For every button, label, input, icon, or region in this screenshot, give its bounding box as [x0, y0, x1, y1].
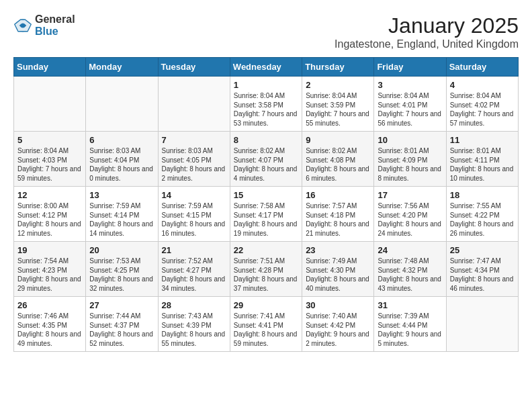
calendar-week-4: 19Sunrise: 7:54 AM Sunset: 4:23 PM Dayli…	[14, 242, 519, 297]
day-number: 23	[306, 245, 370, 255]
calendar-table: SundayMondayTuesdayWednesdayThursdayFrid…	[13, 57, 519, 352]
day-info: Sunrise: 7:43 AM Sunset: 4:39 PM Dayligh…	[162, 312, 226, 348]
day-info: Sunrise: 8:04 AM Sunset: 3:59 PM Dayligh…	[306, 91, 370, 128]
calendar-week-3: 12Sunrise: 8:00 AM Sunset: 4:12 PM Dayli…	[14, 187, 519, 242]
day-info: Sunrise: 8:03 AM Sunset: 4:05 PM Dayligh…	[162, 146, 226, 183]
calendar-header: SundayMondayTuesdayWednesdayThursdayFrid…	[14, 58, 519, 77]
calendar-cell	[158, 77, 230, 132]
calendar-cell: 6Sunrise: 8:03 AM Sunset: 4:04 PM Daylig…	[86, 132, 158, 187]
day-info: Sunrise: 7:49 AM Sunset: 4:30 PM Dayligh…	[306, 257, 370, 293]
calendar-cell: 18Sunrise: 7:55 AM Sunset: 4:22 PM Dayli…	[446, 187, 518, 242]
calendar-cell: 24Sunrise: 7:48 AM Sunset: 4:32 PM Dayli…	[374, 242, 446, 297]
day-number: 2	[306, 80, 370, 90]
calendar-cell: 4Sunrise: 8:04 AM Sunset: 4:02 PM Daylig…	[446, 77, 518, 132]
calendar-cell: 17Sunrise: 7:56 AM Sunset: 4:20 PM Dayli…	[374, 187, 446, 242]
calendar-cell: 23Sunrise: 7:49 AM Sunset: 4:30 PM Dayli…	[302, 242, 374, 297]
day-info: Sunrise: 8:00 AM Sunset: 4:12 PM Dayligh…	[17, 201, 82, 238]
calendar-cell: 14Sunrise: 7:59 AM Sunset: 4:15 PM Dayli…	[158, 187, 230, 242]
day-number: 11	[450, 135, 515, 145]
day-number: 3	[378, 80, 442, 90]
calendar-cell: 20Sunrise: 7:53 AM Sunset: 4:25 PM Dayli…	[86, 242, 158, 297]
day-info: Sunrise: 7:48 AM Sunset: 4:32 PM Dayligh…	[378, 257, 442, 293]
day-number: 12	[17, 190, 82, 200]
day-number: 25	[450, 245, 515, 255]
calendar-cell: 29Sunrise: 7:41 AM Sunset: 4:41 PM Dayli…	[230, 297, 302, 352]
day-number: 30	[306, 300, 370, 310]
calendar-cell: 27Sunrise: 7:44 AM Sunset: 4:37 PM Dayli…	[86, 297, 158, 352]
day-info: Sunrise: 7:39 AM Sunset: 4:44 PM Dayligh…	[378, 312, 442, 348]
day-header-tuesday: Tuesday	[158, 58, 230, 77]
day-info: Sunrise: 7:56 AM Sunset: 4:20 PM Dayligh…	[378, 201, 442, 238]
calendar-week-2: 5Sunrise: 8:04 AM Sunset: 4:03 PM Daylig…	[14, 132, 519, 187]
page-header: General Blue January 2025 Ingatestone, E…	[13, 13, 519, 50]
day-info: Sunrise: 7:59 AM Sunset: 4:15 PM Dayligh…	[162, 201, 226, 238]
day-number: 24	[378, 245, 442, 255]
day-number: 27	[89, 300, 154, 310]
day-number: 14	[162, 190, 226, 200]
calendar-cell: 11Sunrise: 8:01 AM Sunset: 4:11 PM Dayli…	[446, 132, 518, 187]
day-info: Sunrise: 7:41 AM Sunset: 4:41 PM Dayligh…	[234, 312, 298, 348]
day-number: 29	[234, 300, 298, 310]
calendar-body: 1Sunrise: 8:04 AM Sunset: 3:58 PM Daylig…	[14, 77, 519, 352]
day-number: 6	[89, 135, 154, 145]
day-header-wednesday: Wednesday	[230, 58, 302, 77]
logo: General Blue	[13, 13, 75, 37]
calendar-cell: 12Sunrise: 8:00 AM Sunset: 4:12 PM Dayli…	[14, 187, 86, 242]
day-number: 21	[162, 245, 226, 255]
calendar-cell: 22Sunrise: 7:51 AM Sunset: 4:28 PM Dayli…	[230, 242, 302, 297]
day-info: Sunrise: 7:52 AM Sunset: 4:27 PM Dayligh…	[162, 257, 226, 293]
calendar-cell: 15Sunrise: 7:58 AM Sunset: 4:17 PM Dayli…	[230, 187, 302, 242]
calendar-cell: 3Sunrise: 8:04 AM Sunset: 4:01 PM Daylig…	[374, 77, 446, 132]
day-info: Sunrise: 7:46 AM Sunset: 4:35 PM Dayligh…	[17, 312, 82, 348]
calendar-cell: 9Sunrise: 8:02 AM Sunset: 4:08 PM Daylig…	[302, 132, 374, 187]
day-header-saturday: Saturday	[446, 58, 518, 77]
day-info: Sunrise: 7:54 AM Sunset: 4:23 PM Dayligh…	[17, 257, 82, 293]
calendar-cell: 5Sunrise: 8:04 AM Sunset: 4:03 PM Daylig…	[14, 132, 86, 187]
day-number: 16	[306, 190, 370, 200]
day-number: 18	[450, 190, 515, 200]
day-info: Sunrise: 8:02 AM Sunset: 4:07 PM Dayligh…	[234, 146, 298, 183]
day-number: 17	[378, 190, 442, 200]
day-number: 19	[17, 245, 82, 255]
day-number: 9	[306, 135, 370, 145]
day-number: 8	[234, 135, 298, 145]
day-header-sunday: Sunday	[14, 58, 86, 77]
title-section: January 2025 Ingatestone, England, Unite…	[335, 13, 519, 50]
day-number: 4	[450, 80, 515, 90]
day-number: 7	[162, 135, 226, 145]
calendar-cell: 10Sunrise: 8:01 AM Sunset: 4:09 PM Dayli…	[374, 132, 446, 187]
day-info: Sunrise: 7:40 AM Sunset: 4:42 PM Dayligh…	[306, 312, 370, 348]
calendar-cell: 13Sunrise: 7:59 AM Sunset: 4:14 PM Dayli…	[86, 187, 158, 242]
day-number: 13	[89, 190, 154, 200]
day-header-thursday: Thursday	[302, 58, 374, 77]
calendar-cell: 2Sunrise: 8:04 AM Sunset: 3:59 PM Daylig…	[302, 77, 374, 132]
day-info: Sunrise: 8:02 AM Sunset: 4:08 PM Dayligh…	[306, 146, 370, 183]
day-header-friday: Friday	[374, 58, 446, 77]
day-number: 20	[89, 245, 154, 255]
day-number: 31	[378, 300, 442, 310]
calendar-cell	[446, 297, 518, 352]
logo-text: General Blue	[35, 13, 75, 37]
day-info: Sunrise: 8:01 AM Sunset: 4:11 PM Dayligh…	[450, 146, 515, 183]
calendar-cell: 25Sunrise: 7:47 AM Sunset: 4:34 PM Dayli…	[446, 242, 518, 297]
day-info: Sunrise: 7:53 AM Sunset: 4:25 PM Dayligh…	[89, 257, 154, 293]
day-number: 28	[162, 300, 226, 310]
logo-blue-text: Blue	[35, 26, 75, 38]
day-number: 10	[378, 135, 442, 145]
days-of-week-row: SundayMondayTuesdayWednesdayThursdayFrid…	[14, 58, 519, 77]
logo-icon	[13, 16, 32, 35]
day-info: Sunrise: 8:04 AM Sunset: 3:58 PM Dayligh…	[234, 91, 298, 128]
day-info: Sunrise: 8:04 AM Sunset: 4:02 PM Dayligh…	[450, 91, 515, 128]
calendar-cell: 21Sunrise: 7:52 AM Sunset: 4:27 PM Dayli…	[158, 242, 230, 297]
day-info: Sunrise: 7:59 AM Sunset: 4:14 PM Dayligh…	[89, 201, 154, 238]
calendar-cell	[86, 77, 158, 132]
calendar-cell: 8Sunrise: 8:02 AM Sunset: 4:07 PM Daylig…	[230, 132, 302, 187]
location-text: Ingatestone, England, United Kingdom	[335, 38, 519, 50]
day-number: 5	[17, 135, 82, 145]
day-info: Sunrise: 8:04 AM Sunset: 4:01 PM Dayligh…	[378, 91, 442, 128]
calendar-cell: 1Sunrise: 8:04 AM Sunset: 3:58 PM Daylig…	[230, 77, 302, 132]
day-info: Sunrise: 7:51 AM Sunset: 4:28 PM Dayligh…	[234, 257, 298, 293]
day-header-monday: Monday	[86, 58, 158, 77]
day-info: Sunrise: 7:57 AM Sunset: 4:18 PM Dayligh…	[306, 201, 370, 238]
day-info: Sunrise: 7:44 AM Sunset: 4:37 PM Dayligh…	[89, 312, 154, 348]
